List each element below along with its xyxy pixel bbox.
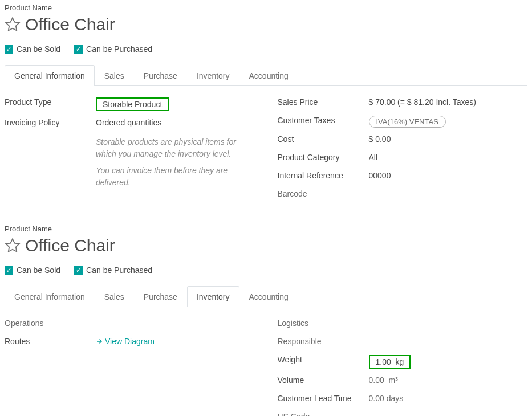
product-title[interactable]: Office Chair — [25, 15, 115, 34]
operations-heading: Operations — [5, 319, 255, 328]
can-be-purchased-label: Can be Purchased — [86, 44, 152, 54]
product-type-value[interactable]: Storable Product — [96, 97, 169, 111]
can-be-purchased-checkbox[interactable]: ✓ Can be Purchased — [74, 44, 152, 54]
can-be-sold-label: Can be Sold — [17, 266, 60, 275]
volume-value[interactable]: 0.00 m³ — [369, 376, 398, 385]
tab-general-information[interactable]: General Information — [5, 65, 95, 86]
general-right-col: Sales Price $ 70.00 (= $ 81.20 Incl. Tax… — [278, 97, 528, 207]
inventory-left-col: Operations Routes View Diagram — [5, 319, 255, 416]
can-be-sold-label: Can be Sold — [17, 44, 60, 54]
sales-price-label: Sales Price — [278, 97, 369, 107]
cost-value[interactable]: $ 0.00 — [369, 134, 391, 144]
product-form-general: Product Name Office Chair ✓ Can be Sold … — [5, 3, 527, 207]
tab-accounting[interactable]: Accounting — [239, 65, 298, 86]
cost-label: Cost — [278, 134, 369, 144]
routes-label: Routes — [5, 337, 96, 346]
invoicing-policy-label: Invoicing Policy — [5, 118, 96, 127]
weight-value[interactable]: 1.00 kg — [369, 355, 411, 369]
check-icon: ✓ — [5, 266, 13, 275]
tab-accounting[interactable]: Accounting — [239, 286, 298, 307]
logistics-heading: Logistics — [278, 319, 528, 328]
check-icon: ✓ — [5, 45, 13, 54]
tab-purchase[interactable]: Purchase — [134, 286, 187, 307]
customer-lead-time-value[interactable]: 0.00 days — [369, 394, 404, 403]
customer-taxes-value[interactable]: IVA(16%) VENTAS — [369, 116, 446, 128]
tab-row: General Information Sales Purchase Inven… — [5, 286, 527, 307]
svg-marker-0 — [6, 18, 19, 30]
checkbox-row: ✓ Can be Sold ✓ Can be Purchased — [5, 44, 527, 54]
favorite-star-icon[interactable] — [5, 17, 21, 32]
check-icon: ✓ — [74, 266, 83, 275]
favorite-star-icon[interactable] — [5, 238, 21, 254]
product-title[interactable]: Office Chair — [25, 236, 115, 255]
title-row: Office Chair — [5, 15, 527, 34]
invoicing-policy-value[interactable]: Ordered quantities — [96, 118, 161, 127]
title-row: Office Chair — [5, 236, 527, 255]
general-left-col: Product Type Storable Product Invoicing … — [5, 97, 255, 207]
check-icon: ✓ — [74, 45, 83, 54]
arrow-right-icon — [96, 338, 103, 345]
responsible-label: Responsible — [278, 337, 369, 346]
weight-label: Weight — [278, 355, 369, 364]
tab-sales[interactable]: Sales — [95, 65, 134, 86]
product-name-label: Product Name — [5, 3, 527, 12]
tab-inventory[interactable]: Inventory — [187, 65, 239, 86]
help-text: Storable products are physical items for… — [5, 136, 255, 189]
tab-row: General Information Sales Purchase Inven… — [5, 65, 527, 86]
product-form-inventory: Product Name Office Chair ✓ Can be Sold … — [5, 225, 527, 416]
product-category-label: Product Category — [278, 153, 369, 162]
svg-marker-1 — [6, 239, 19, 251]
can-be-sold-checkbox[interactable]: ✓ Can be Sold — [5, 266, 60, 275]
can-be-purchased-checkbox[interactable]: ✓ Can be Purchased — [74, 266, 152, 275]
can-be-sold-checkbox[interactable]: ✓ Can be Sold — [5, 44, 60, 54]
internal-reference-value[interactable]: 00000 — [369, 171, 391, 180]
view-diagram-link[interactable]: View Diagram — [96, 337, 155, 346]
barcode-label: Barcode — [278, 189, 369, 198]
sales-price-value[interactable]: $ 70.00 (= $ 81.20 Incl. Taxes) — [369, 97, 476, 107]
product-name-label: Product Name — [5, 225, 527, 233]
can-be-purchased-label: Can be Purchased — [86, 266, 152, 275]
product-type-label: Product Type — [5, 97, 96, 107]
tab-purchase[interactable]: Purchase — [134, 65, 187, 86]
tab-general-information[interactable]: General Information — [5, 286, 95, 307]
customer-lead-time-label: Customer Lead Time — [278, 394, 369, 403]
inventory-pane: Operations Routes View Diagram Logistics… — [5, 307, 527, 416]
tab-sales[interactable]: Sales — [95, 286, 134, 307]
tab-inventory[interactable]: Inventory — [187, 286, 239, 307]
inventory-right-col: Logistics Responsible Weight 1.00 kg Vol… — [278, 319, 528, 416]
general-pane: Product Type Storable Product Invoicing … — [5, 86, 527, 207]
product-category-value[interactable]: All — [369, 153, 378, 162]
hs-code-label: HS Code — [278, 412, 369, 416]
volume-label: Volume — [278, 376, 369, 385]
checkbox-row: ✓ Can be Sold ✓ Can be Purchased — [5, 266, 527, 275]
internal-reference-label: Internal Reference — [278, 171, 369, 180]
customer-taxes-label: Customer Taxes — [278, 116, 369, 125]
